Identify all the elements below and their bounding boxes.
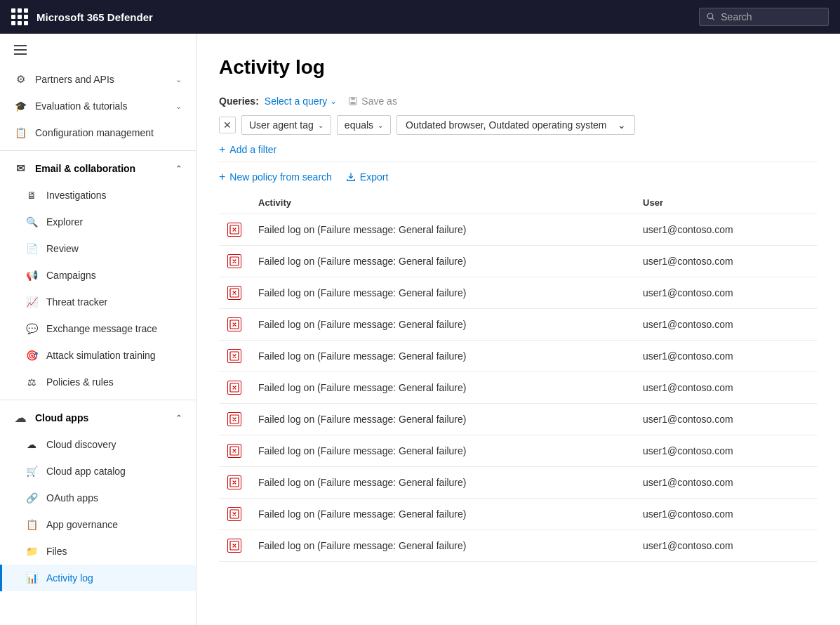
partners-icon — [14, 73, 27, 86]
failed-logon-icon — [227, 254, 241, 268]
failed-logon-icon — [227, 412, 241, 426]
page-title: Activity log — [219, 56, 818, 79]
sidebar-item-label: Activity log — [46, 572, 93, 584]
sidebar: Partners and APIs ⌄ Evaluation & tutoria… — [0, 34, 196, 625]
plus-icon: + — [219, 143, 225, 156]
files-icon — [25, 545, 38, 558]
sidebar-item-investigations[interactable]: Investigations — [0, 182, 196, 209]
sidebar-item-cloudapps[interactable]: Cloud apps ⌃ — [0, 404, 196, 431]
sidebar-item-oauth[interactable]: OAuth apps — [0, 485, 196, 511]
table-row[interactable]: Failed log on (Failure message: General … — [219, 404, 818, 435]
chevron-up-icon: ⌃ — [175, 164, 182, 173]
sidebar-item-evaluation[interactable]: Evaluation & tutorials ⌄ — [0, 93, 196, 119]
sidebar-item-email[interactable]: Email & collaboration ⌃ — [0, 155, 196, 182]
search-box[interactable] — [699, 8, 829, 26]
sidebar-item-label: Investigations — [46, 190, 107, 201]
user-cell: user1@contoso.com — [634, 214, 818, 246]
search-input[interactable] — [721, 11, 821, 22]
sidebar-item-campaigns[interactable]: Campaigns — [0, 262, 196, 289]
export-icon — [346, 172, 356, 182]
config-icon — [14, 126, 27, 139]
sidebar-item-appgov[interactable]: App governance — [0, 511, 196, 538]
row-icon-cell — [219, 214, 250, 246]
sidebar-hamburger[interactable] — [0, 34, 196, 66]
query-bar: Queries: Select a query ⌄ Save as — [219, 96, 818, 107]
table-row[interactable]: Failed log on (Failure message: General … — [219, 467, 818, 499]
filter-bar: ✕ User agent tag ⌄ equals ⌄ Outdated bro… — [219, 115, 818, 135]
plus-icon: + — [219, 171, 225, 183]
table-row[interactable]: Failed log on (Failure message: General … — [219, 341, 818, 372]
sidebar-item-files[interactable]: Files — [0, 538, 196, 565]
exchange-icon — [25, 322, 38, 335]
search-icon — [707, 12, 715, 22]
sidebar-item-threat[interactable]: Threat tracker — [0, 289, 196, 315]
col-icon-header — [219, 192, 250, 214]
table-row[interactable]: Failed log on (Failure message: General … — [219, 214, 818, 246]
svg-line-1 — [712, 18, 714, 20]
user-agent-tag-dropdown[interactable]: User agent tag ⌄ — [241, 115, 331, 135]
add-filter-button[interactable]: + Add a filter — [219, 143, 818, 156]
sidebar-item-label: Cloud apps — [35, 412, 88, 423]
sidebar-item-attack[interactable]: Attack simulation training — [0, 342, 196, 369]
row-icon-cell — [219, 499, 250, 530]
sidebar-item-explorer[interactable]: Explorer — [0, 209, 196, 235]
filter-clear-button[interactable]: ✕ — [219, 117, 236, 133]
sidebar-item-label: Cloud discovery — [46, 439, 116, 450]
sidebar-item-partners[interactable]: Partners and APIs ⌄ — [0, 66, 196, 93]
chevron-up-icon: ⌃ — [175, 414, 182, 423]
row-icon-cell — [219, 372, 250, 404]
explorer-icon — [25, 216, 38, 228]
export-button[interactable]: Export — [346, 171, 388, 183]
failed-logon-icon — [227, 349, 241, 363]
campaigns-icon — [25, 269, 38, 282]
svg-rect-4 — [351, 102, 356, 105]
user-cell: user1@contoso.com — [634, 467, 818, 499]
divider — [0, 400, 196, 400]
hamburger-icon — [14, 45, 27, 55]
failed-logon-icon — [227, 286, 241, 300]
table-row[interactable]: Failed log on (Failure message: General … — [219, 246, 818, 277]
sidebar-item-exchange[interactable]: Exchange message trace — [0, 315, 196, 342]
section-divider — [219, 162, 818, 162]
table-row[interactable]: Failed log on (Failure message: General … — [219, 372, 818, 404]
table-row[interactable]: Failed log on (Failure message: General … — [219, 277, 818, 309]
table-row[interactable]: Failed log on (Failure message: General … — [219, 499, 818, 530]
sidebar-item-actlog[interactable]: Activity log — [0, 565, 196, 591]
table-row[interactable]: Failed log on (Failure message: General … — [219, 530, 818, 562]
app-launcher[interactable] — [11, 8, 28, 25]
top-navigation: Microsoft 365 Defender — [0, 0, 840, 34]
filter-tag-label: User agent tag — [249, 119, 314, 131]
user-cell: user1@contoso.com — [634, 499, 818, 530]
sidebar-item-policies[interactable]: Policies & rules — [0, 369, 196, 395]
row-icon-cell — [219, 341, 250, 372]
failed-logon-icon — [227, 507, 241, 521]
sidebar-item-config[interactable]: Configuration management — [0, 119, 196, 146]
oauth-icon — [25, 492, 38, 504]
col-activity-header: Activity — [250, 192, 634, 214]
sidebar-item-label: App governance — [46, 519, 118, 530]
filter-equals-dropdown[interactable]: equals ⌄ — [337, 115, 391, 135]
user-cell: user1@contoso.com — [634, 309, 818, 341]
sidebar-item-catalog[interactable]: Cloud app catalog — [0, 458, 196, 485]
svg-rect-3 — [352, 98, 355, 100]
save-as-button[interactable]: Save as — [348, 96, 397, 107]
activity-cell: Failed log on (Failure message: General … — [250, 372, 634, 404]
select-query-label: Select a query — [265, 96, 328, 107]
sidebar-item-discovery[interactable]: Cloud discovery — [0, 431, 196, 458]
chevron-down-icon: ⌄ — [175, 102, 182, 111]
filter-value-dropdown[interactable]: Outdated browser, Outdated operating sys… — [396, 115, 635, 135]
add-filter-label: Add a filter — [229, 144, 276, 155]
activity-cell: Failed log on (Failure message: General … — [250, 309, 634, 341]
sidebar-item-label: Policies & rules — [46, 376, 114, 388]
sidebar-item-review[interactable]: Review — [0, 235, 196, 262]
user-cell: user1@contoso.com — [634, 530, 818, 562]
app-title: Microsoft 365 Defender — [36, 11, 691, 23]
threat-icon — [25, 296, 38, 308]
table-row[interactable]: Failed log on (Failure message: General … — [219, 435, 818, 467]
new-policy-button[interactable]: + New policy from search — [219, 171, 332, 183]
chevron-down-icon: ⌄ — [378, 121, 383, 129]
select-query-dropdown[interactable]: Select a query ⌄ — [265, 96, 338, 107]
activity-cell: Failed log on (Failure message: General … — [250, 530, 634, 562]
table-row[interactable]: Failed log on (Failure message: General … — [219, 309, 818, 341]
failed-logon-icon — [227, 444, 241, 458]
